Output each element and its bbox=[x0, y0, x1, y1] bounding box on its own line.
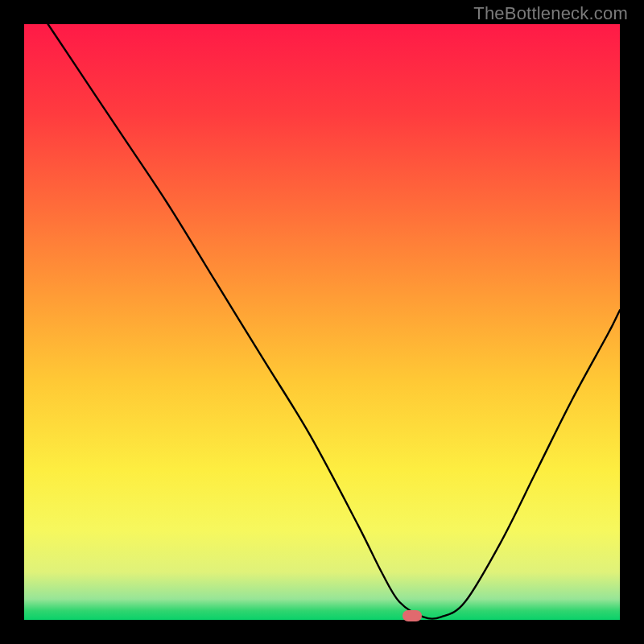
curve-path bbox=[24, 24, 620, 619]
watermark-text: TheBottleneck.com bbox=[473, 3, 628, 24]
optimal-marker bbox=[402, 610, 422, 621]
bottleneck-curve bbox=[24, 24, 620, 620]
chart-frame: TheBottleneck.com bbox=[0, 0, 644, 644]
chart-plot-area bbox=[24, 24, 620, 620]
